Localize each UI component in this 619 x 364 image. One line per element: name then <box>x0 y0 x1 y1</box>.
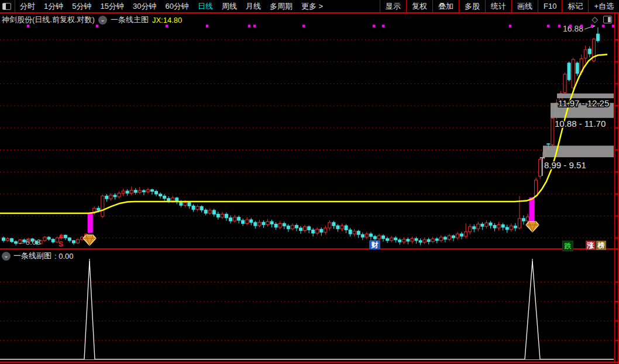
period-tab-11[interactable]: 更多 > <box>301 1 323 12</box>
candle-body <box>568 63 570 79</box>
candle-body <box>373 237 376 239</box>
candle-body <box>535 180 538 196</box>
toolbar: 分时1分钟5分钟15分钟30分钟60分钟日线周线月线多周期更多 > 显示复权叠加… <box>0 0 619 13</box>
toolbar-button-6[interactable]: 画线 <box>511 0 538 12</box>
period-tab-10[interactable]: 多周期 <box>270 1 293 12</box>
toolbar-divider <box>15 0 15 12</box>
toolbar-button-1[interactable]: 显示 <box>380 0 406 12</box>
candle-body <box>212 210 215 214</box>
candle-body <box>563 74 566 93</box>
signal-dot <box>253 25 256 27</box>
candle-body <box>122 191 125 193</box>
candle-body <box>378 236 381 239</box>
candle-body <box>274 224 277 227</box>
candle-body <box>114 195 116 197</box>
candle-body <box>448 236 451 240</box>
period-tab-1[interactable]: 分时 <box>20 1 35 12</box>
candle-body <box>423 240 426 242</box>
candle-body <box>551 119 554 145</box>
panel-icon[interactable] <box>603 16 612 23</box>
candle-body <box>15 242 18 244</box>
jx-line <box>0 54 607 213</box>
candle-body <box>278 223 281 227</box>
candle-body <box>238 217 240 220</box>
period-tab-5[interactable]: 30分钟 <box>133 1 156 12</box>
collapse-main-icon[interactable]: ⌄ <box>98 16 107 25</box>
layout-icon[interactable] <box>2 3 11 10</box>
candle-body <box>242 220 245 223</box>
candle-body <box>460 234 463 236</box>
candle-body <box>505 227 508 230</box>
sub-chart-header: ⌄ 一条线副图 : 0.00 <box>2 251 74 261</box>
period-tab-6[interactable]: 60分钟 <box>165 1 188 12</box>
zone-label: 11.97 - 12.25 <box>558 98 609 108</box>
diamond-icon[interactable]: ◇ <box>592 15 598 24</box>
candle-body <box>572 60 575 88</box>
main-chart-canvas[interactable]: 11.97 - 12.2510.88 - 11.708.99 - 9.5116.… <box>0 0 619 364</box>
candle-body <box>349 230 352 234</box>
candle-body <box>596 34 599 41</box>
period-tab-3[interactable]: 5分钟 <box>72 1 91 12</box>
period-tab-9[interactable]: 月线 <box>246 1 261 12</box>
collapse-sub-icon[interactable]: ⌄ <box>2 252 11 261</box>
candle-body <box>497 225 500 228</box>
signal-dot <box>602 25 604 27</box>
rank-button[interactable]: 榜 <box>596 241 606 250</box>
candle-body <box>345 226 348 230</box>
signal-dot <box>302 25 305 27</box>
toolbar-button-2[interactable]: 复权 <box>406 0 432 12</box>
candle-body <box>266 221 269 224</box>
signal-dot <box>206 25 208 27</box>
candle-body <box>287 226 290 229</box>
candle-body <box>229 218 232 221</box>
candle-body <box>407 239 410 241</box>
toolbar-button-3[interactable]: 叠加 <box>432 0 459 12</box>
candle-body <box>76 240 79 243</box>
signal-dot <box>248 25 250 27</box>
toolbar-button-7[interactable]: F10 <box>538 0 562 12</box>
toolbar-button-8[interactable]: 标记 <box>562 0 588 12</box>
jx-value: JX:14.80 <box>152 16 182 25</box>
candle-body <box>316 229 319 233</box>
candle-body <box>72 241 75 243</box>
period-tab-8[interactable]: 周线 <box>222 1 237 12</box>
stock-title: 神剑股份(日线.前复权.对数) <box>2 15 95 25</box>
candle-body <box>6 238 9 241</box>
price-zone-band <box>557 93 614 98</box>
candle-body <box>501 225 504 227</box>
candle-body <box>2 238 5 241</box>
candle-body <box>258 222 261 226</box>
candle-body <box>365 234 368 237</box>
sub-indicator-value: : 0.00 <box>54 252 74 261</box>
candle-body <box>369 234 372 237</box>
candle-body <box>361 234 364 237</box>
fall-button[interactable]: 跌 <box>562 241 573 251</box>
candle-body <box>11 238 13 241</box>
period-tab-7[interactable]: 日线 <box>198 1 213 12</box>
s-marker: S <box>59 240 63 248</box>
signal-dot <box>580 25 583 27</box>
watermark-badge: 财 <box>369 240 380 249</box>
candle-body <box>43 237 46 241</box>
candle-body <box>216 214 219 217</box>
signal-bar <box>529 197 535 221</box>
candle-body <box>163 196 166 198</box>
signal-dot <box>569 25 572 27</box>
toolbar-button-4[interactable]: 多股 <box>459 0 485 12</box>
candle-body <box>514 226 517 228</box>
sub-spike <box>525 261 540 359</box>
candle-body <box>159 194 162 196</box>
candle-body <box>138 190 141 192</box>
candle-body <box>547 144 550 144</box>
candle-body <box>427 240 430 242</box>
candle-body <box>283 223 286 226</box>
candle-body <box>584 50 587 58</box>
toolbar-button-9[interactable]: +自选 <box>588 0 619 12</box>
period-tab-2[interactable]: 1分钟 <box>44 1 63 12</box>
toolbar-button-5[interactable]: 统计 <box>485 0 511 12</box>
period-tab-4[interactable]: 15分钟 <box>100 1 123 12</box>
rise-button[interactable]: 涨 <box>586 241 596 250</box>
candle-body <box>452 236 455 238</box>
candle-body <box>539 160 542 176</box>
sub-spike <box>84 261 95 359</box>
